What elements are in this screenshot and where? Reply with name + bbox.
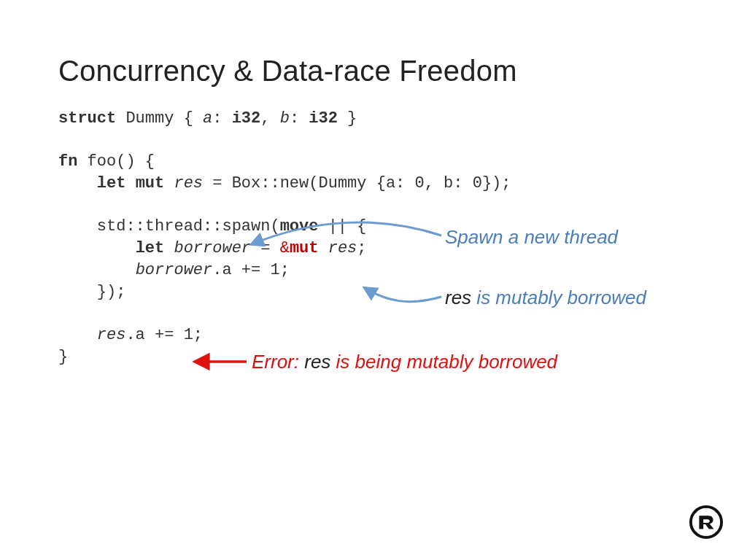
var-res: res (174, 174, 203, 192)
svg-point-3 (689, 521, 692, 523)
code-text: ; (357, 239, 366, 257)
svg-point-7 (694, 532, 697, 534)
svg-point-15 (719, 515, 721, 517)
code-text: .a += 1; (125, 326, 203, 344)
type-i32: i32 (232, 109, 261, 128)
kw-struct: struct (58, 109, 116, 128)
annotation-error: Error: res is being mutably borrowed (252, 351, 557, 373)
var-res: res (97, 326, 126, 344)
code-text: Dummy { (116, 109, 203, 128)
code-text: std::thread::spawn( (58, 217, 280, 236)
svg-point-6 (716, 510, 718, 513)
code-text (164, 239, 174, 257)
kw-let: let (97, 174, 126, 192)
svg-point-16 (719, 527, 721, 529)
code-text: } (338, 109, 357, 128)
code-text: : (212, 109, 231, 128)
kw-fn: fn (58, 152, 77, 171)
kw-let: let (136, 239, 165, 257)
code-text: : (290, 109, 309, 128)
code-text (58, 239, 136, 257)
code-text: || { (318, 217, 366, 236)
code-text (164, 174, 174, 192)
field-a: a (203, 109, 212, 128)
svg-point-11 (699, 535, 701, 537)
code-text (58, 261, 136, 279)
slide: Concurrency & Data-race Freedom struct D… (0, 0, 747, 560)
code-text: , (260, 109, 279, 128)
svg-point-1 (705, 505, 707, 508)
amp: & (280, 239, 290, 257)
var-borrower: borrower (136, 261, 213, 279)
code-text (58, 174, 97, 192)
svg-point-4 (721, 521, 723, 523)
type-i32: i32 (309, 109, 338, 128)
var-res: res (328, 239, 357, 257)
annotation-error-text: is being mutably borrowed (336, 351, 558, 373)
var-borrower: borrower (174, 239, 251, 257)
kw-mut: mut (136, 174, 165, 192)
svg-point-14 (691, 527, 693, 529)
annotation-error-label: Error: (252, 351, 299, 373)
kw-move: move (280, 217, 319, 236)
svg-point-13 (691, 515, 693, 517)
code-text: }); (58, 283, 125, 301)
svg-point-10 (711, 507, 713, 509)
svg-point-8 (716, 532, 718, 534)
annotation-spawn: Spawn a new thread (445, 226, 618, 249)
annotation-borrowed-text: is mutably borrowed (471, 287, 646, 308)
code-text: } (58, 348, 68, 366)
code-text (318, 239, 328, 257)
rust-logo-icon (689, 505, 724, 540)
svg-point-5 (694, 510, 697, 513)
field-b: b (280, 109, 290, 128)
annotation-res: res (445, 287, 471, 308)
code-text: foo() { (77, 152, 155, 171)
annotation-res: res (299, 351, 336, 373)
kw-mut-red: mut (290, 239, 319, 257)
svg-point-9 (699, 507, 701, 509)
code-text: .a += 1; (212, 261, 290, 279)
annotation-borrowed: res is mutably borrowed (445, 287, 646, 309)
slide-title: Concurrency & Data-race Freedom (58, 55, 689, 88)
code-text (125, 174, 135, 192)
code-text (58, 326, 97, 344)
svg-point-2 (705, 537, 707, 539)
code-text: = (251, 239, 280, 257)
code-text: = Box::new(Dummy {a: 0, b: 0}); (203, 174, 511, 192)
svg-point-12 (711, 535, 713, 537)
